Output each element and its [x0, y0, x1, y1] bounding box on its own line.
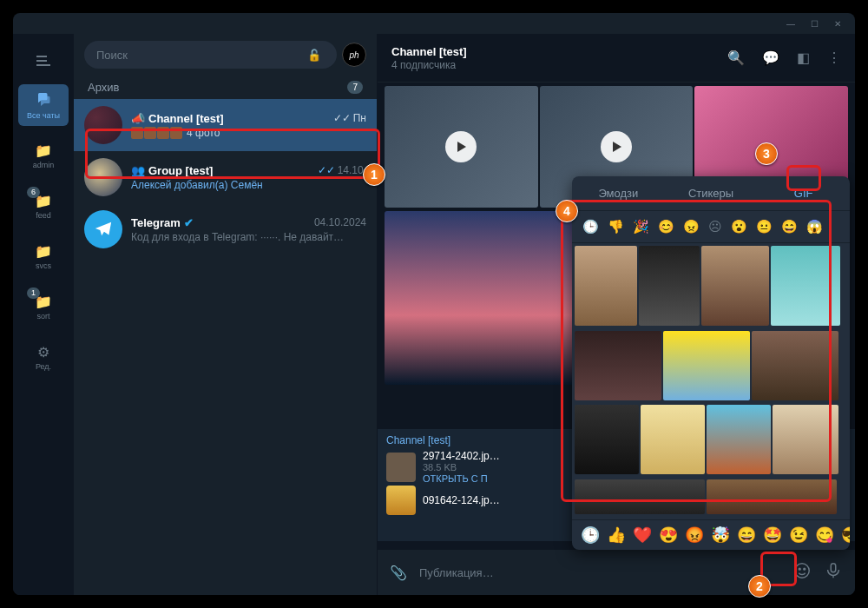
mic-icon[interactable]	[824, 561, 843, 584]
annotation-num: 4	[556, 200, 578, 222]
chat-name: Channel [test]	[148, 112, 224, 125]
gif-tile[interactable]	[575, 479, 705, 514]
sad-icon[interactable]: ☹	[708, 219, 722, 235]
rail-label: svcs	[36, 261, 51, 270]
rail-label: Ред.	[36, 362, 51, 371]
svg-point-1	[799, 568, 800, 570]
quick-emoji[interactable]: 😋	[815, 525, 834, 545]
chat-item-telegram[interactable]: Telegram✔ 04.10.2024 Код для входа в Tel…	[74, 203, 377, 255]
checks-icon: ✓✓	[318, 164, 335, 176]
chat-area: Channel [test] 4 подписчика 🔍 💬 ◧ ⋮	[378, 34, 855, 595]
chat-title[interactable]: Channel [test]	[391, 45, 727, 58]
rail-svcs[interactable]: 📁 svcs	[18, 235, 69, 277]
gif-tile[interactable]	[701, 246, 769, 326]
tab-emoji[interactable]: Эмодзи	[572, 176, 665, 210]
attach-icon[interactable]: 📎	[390, 565, 407, 581]
shock-icon[interactable]: 😱	[806, 219, 823, 235]
file-thumb	[386, 453, 416, 482]
file-size: 38.5 KB	[423, 462, 500, 473]
gif-tile[interactable]	[575, 246, 637, 326]
maximize-button[interactable]: ☐	[811, 19, 819, 29]
archive-count: 7	[347, 81, 363, 94]
svg-rect-3	[831, 564, 836, 572]
gif-tile[interactable]	[707, 405, 771, 474]
rail-badge: 1	[27, 287, 40, 299]
rail-badge: 6	[27, 187, 40, 198]
close-button[interactable]: ✕	[834, 19, 841, 29]
chat-time: 04.10.2024	[314, 216, 366, 228]
gif-tile[interactable]	[639, 246, 700, 326]
quick-emoji[interactable]: 🤩	[763, 525, 782, 545]
media-video-1[interactable]	[385, 86, 538, 208]
quick-emoji[interactable]: 😎	[841, 525, 850, 545]
quick-emoji[interactable]: 😉	[789, 525, 808, 545]
emoji-button[interactable]	[792, 561, 812, 584]
tab-gif[interactable]: GIF	[757, 176, 850, 210]
quick-emoji[interactable]: 🤯	[711, 525, 730, 545]
chat-time: 14.10.	[338, 164, 366, 176]
side-panel-icon[interactable]: ◧	[797, 50, 810, 66]
file-name: 29714-2402.jp…	[423, 450, 500, 462]
party-icon[interactable]: 🎉	[633, 219, 649, 235]
account-avatar[interactable]: ph	[342, 43, 366, 67]
window-titlebar: — ☐ ✕	[13, 13, 855, 34]
rail-label: Все чаты	[27, 111, 60, 120]
comments-icon[interactable]: 💬	[762, 50, 779, 66]
search-input[interactable]: Поиск 🔓	[84, 41, 337, 69]
surprised-icon[interactable]: 😮	[731, 219, 747, 235]
smile-icon[interactable]: 😊	[658, 219, 674, 235]
quick-emoji[interactable]: 😄	[737, 525, 756, 545]
chat-item-channel[interactable]: 📣Channel [test] ✓✓Пн 4 фото	[74, 99, 377, 151]
laugh-icon[interactable]: 😄	[781, 219, 798, 235]
gif-tile[interactable]	[663, 331, 750, 400]
message-input[interactable]: Публикация…	[419, 566, 780, 579]
gif-tile[interactable]	[707, 479, 837, 514]
rail-edit[interactable]: ⚙ Ред.	[18, 336, 69, 378]
thumbs-down-icon[interactable]: 👎	[608, 219, 624, 235]
rail-feed[interactable]: 6 📁 feed	[18, 185, 69, 227]
avatar	[84, 158, 122, 196]
gif-tile[interactable]	[641, 405, 705, 474]
gif-tile[interactable]	[771, 246, 840, 326]
rail-label: admin	[33, 161, 55, 169]
angry-icon[interactable]: 😠	[683, 219, 700, 235]
gif-tile[interactable]	[575, 405, 639, 474]
checks-icon: ✓✓	[333, 112, 351, 124]
search-placeholder: Поиск	[96, 49, 128, 62]
search-icon[interactable]: 🔍	[727, 50, 745, 66]
gif-tile[interactable]	[773, 405, 838, 474]
minimize-button[interactable]: —	[786, 19, 795, 29]
more-icon[interactable]: ⋮	[827, 50, 841, 66]
archive-row[interactable]: Архив 7	[74, 76, 377, 99]
annotation-num: 2	[748, 575, 771, 598]
neutral-icon[interactable]: 😐	[756, 219, 773, 235]
tab-stickers[interactable]: Стикеры	[665, 176, 758, 210]
chat-item-group[interactable]: 👥Group [test] ✓✓14.10. Алексей добавил(a…	[74, 151, 377, 203]
quick-emoji[interactable]: 😍	[659, 525, 678, 545]
chat-preview: 4 фото	[187, 127, 220, 139]
play-icon	[601, 131, 632, 162]
quick-emoji[interactable]: 😡	[685, 525, 704, 545]
megaphone-icon: 📣	[131, 112, 145, 125]
gif-grid	[572, 243, 850, 519]
annotation-num: 3	[755, 142, 778, 165]
gif-category-row: 🕒 👎 🎉 😊 😠 ☹ 😮 😐 😄 😱	[572, 211, 850, 243]
rail-label: sort	[36, 312, 49, 321]
quick-emoji[interactable]: ❤️	[633, 525, 652, 545]
quick-emoji[interactable]: 👍	[607, 525, 626, 545]
lock-icon: 🔓	[307, 49, 321, 62]
rail-admin[interactable]: 📁 admin	[18, 135, 69, 176]
recent-icon[interactable]: 🕒	[582, 219, 599, 235]
menu-button[interactable]	[26, 46, 61, 76]
recent-icon[interactable]: 🕒	[581, 525, 600, 545]
gif-tile[interactable]	[575, 331, 661, 400]
nav-rail: Все чаты 📁 admin 6 📁 feed 📁 svcs 1 📁 sor…	[13, 34, 74, 595]
rail-all-chats[interactable]: Все чаты	[18, 84, 69, 126]
chat-header: Channel [test] 4 подписчика 🔍 💬 ◧ ⋮	[378, 34, 855, 83]
chat-preview: Код для входа в Telegram: ······. Не дав…	[131, 231, 344, 243]
rail-sort[interactable]: 1 📁 sort	[18, 286, 69, 327]
chat-name: Telegram	[131, 216, 181, 229]
open-link[interactable]: ОТКРЫТЬ С П	[423, 473, 500, 484]
chat-subtitle: 4 подписчика	[391, 59, 727, 71]
gif-tile[interactable]	[752, 331, 838, 400]
